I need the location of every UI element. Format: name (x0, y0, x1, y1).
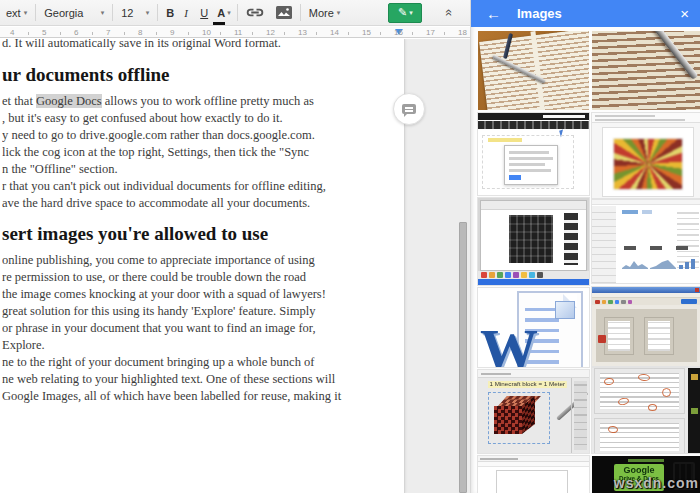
document-heading: sert images you're allowed to use (2, 223, 400, 245)
editing-mode-button[interactable]: ✎ ▾ (388, 3, 422, 23)
thumbnail-art (480, 200, 587, 271)
font-dropdown[interactable]: Georgia ▾ (38, 3, 110, 23)
image-result-word-icon[interactable]: W (478, 288, 589, 367)
document-line: re permission to use, or there could be … (2, 269, 400, 286)
thumbnail-art (622, 210, 638, 214)
image-result-manuscript-desk[interactable] (478, 31, 589, 110)
document-line: Google Images, all of which have been la… (2, 388, 400, 405)
sparkline-chart (650, 256, 676, 269)
font-size-label: 12 (121, 7, 133, 19)
ruler-tick (348, 32, 349, 35)
ruler-tick (380, 32, 381, 35)
style-dropdown[interactable]: ext ▾ (0, 3, 33, 23)
image-result-docs-market-photo[interactable] (592, 113, 700, 198)
ruler-tick (92, 32, 93, 35)
chevron-down-icon: ▾ (409, 9, 413, 17)
ruler-number: 12 (266, 28, 275, 37)
close-icon[interactable]: × (680, 5, 689, 22)
document-line: Explore. (2, 337, 400, 354)
ruler-tick (156, 32, 157, 35)
images-panel-header: ← Images × (471, 0, 700, 27)
ruler-number: 16 (394, 28, 403, 37)
thumbnail-art (594, 418, 685, 453)
image-result-desktop-screenshot[interactable] (478, 198, 589, 285)
italic-button[interactable]: I (178, 3, 194, 23)
images-panel: ← Images × (470, 0, 700, 493)
chevron-down-icon: ▾ (337, 9, 341, 17)
docs-toolbar: ext ▾ Georgia ▾ 12 ▾ B I U A ▾ (0, 0, 470, 26)
document-line: r that you can't pick out individual doc… (2, 178, 400, 195)
ruler-number: 14 (330, 28, 339, 37)
chevron-down-icon: ▾ (146, 9, 150, 17)
document-line: et that Google Docs allows you to work o… (2, 93, 400, 110)
document-line: ne web relating to your highlighted text… (2, 371, 400, 388)
document-line: ne to the right of your document bringin… (2, 354, 400, 371)
text-color-swatch (213, 22, 225, 25)
document-text-span: et that (2, 94, 36, 108)
link-icon (246, 8, 264, 17)
thumbnail-art (504, 145, 558, 185)
more-dropdown[interactable]: More ▾ (303, 3, 347, 23)
images-panel-title: Images (517, 6, 562, 21)
mini-bar-chart (678, 256, 696, 269)
ruler-tick (252, 32, 253, 35)
style-dropdown-label: ext (6, 7, 21, 19)
document-scrollbar[interactable] (459, 222, 467, 493)
thumbnail-art (628, 459, 664, 462)
image-result-manuscript-closeup[interactable] (592, 31, 700, 110)
thumbnail-art (592, 113, 700, 123)
document-page[interactable]: d. It will automatically save in its ori… (0, 39, 405, 493)
thumbnail-art (478, 121, 589, 129)
image-result-blank-editor[interactable] (478, 456, 589, 493)
bold-button[interactable]: B (160, 3, 178, 23)
thumbnail-art (478, 279, 589, 285)
toolbar-separator (300, 4, 301, 21)
toolbar-separator (157, 4, 158, 21)
chevron-down-icon: ▾ (101, 9, 105, 17)
document-text-span: allows you to work offline pretty much a… (102, 94, 314, 108)
document-line: online publishing, you come to appreciat… (2, 252, 400, 269)
document-text: d. It will automatically save in its ori… (2, 39, 400, 405)
document-line: lick the cog icon at the top right, Sett… (2, 144, 400, 161)
thumbnail-art (592, 31, 700, 110)
text-color-button[interactable]: A (211, 3, 227, 23)
image-result-minecraft-cube[interactable]: 1 Minecraft block = 1 Meter (478, 370, 589, 453)
insert-link-button[interactable] (240, 3, 270, 23)
thumbnail-art (624, 246, 636, 250)
image-result-analytics-dashboard[interactable] (592, 200, 700, 283)
ruler-number: 15 (362, 28, 371, 37)
thumbnail-art (688, 368, 700, 453)
ruler-tick (444, 32, 445, 35)
ruler-tick (60, 32, 61, 35)
toolbar-separator (112, 4, 113, 21)
comment-bubble[interactable] (393, 93, 425, 125)
image-result-office-app[interactable] (592, 287, 700, 366)
collapse-toolbar-icon[interactable]: « (442, 9, 457, 16)
thumbnail-art (478, 370, 589, 378)
insert-image-button[interactable] (270, 3, 298, 23)
image-result-browser-dialog[interactable] (478, 113, 589, 195)
comment-icon (402, 104, 416, 114)
back-arrow-icon[interactable]: ← (486, 5, 501, 22)
ruler-number: 4 (10, 28, 14, 37)
ruler-tick (124, 32, 125, 35)
selected-text: Google Docs (36, 94, 102, 108)
thumbnail-art (642, 210, 652, 214)
thumbnail-art (592, 200, 700, 205)
thumbnail-art (681, 299, 697, 304)
ruler-number: 17 (426, 28, 435, 37)
document-line: ave the hard drive space to accommodate … (2, 195, 400, 212)
document-line: , but it's easy to get confused about ho… (2, 110, 400, 127)
underline-button[interactable]: U (194, 3, 211, 23)
sparkline-chart (622, 256, 648, 269)
document-line: great solution for this using its handy … (2, 303, 400, 320)
image-result-annotated-document[interactable] (592, 368, 700, 453)
ruler-number: 8 (138, 28, 142, 37)
font-size-dropdown[interactable]: 12 ▾ (115, 3, 155, 23)
ruler-tick (284, 32, 285, 35)
thumbnail-art (494, 406, 522, 434)
gdrive-logo-line1: Google (617, 465, 662, 475)
docs-editor: ext ▾ Georgia ▾ 12 ▾ B I U A ▾ (0, 0, 470, 493)
thumbnail-art (478, 113, 589, 120)
ruler-tick (188, 32, 189, 35)
